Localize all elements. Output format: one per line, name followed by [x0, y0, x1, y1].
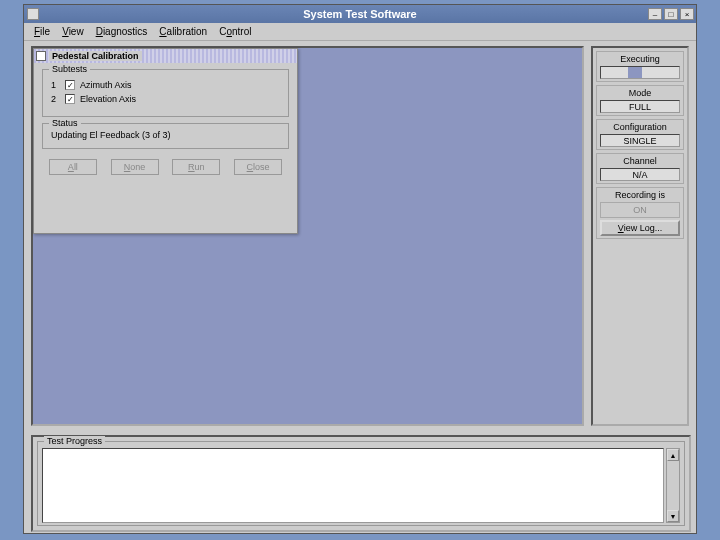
- subtest-checkbox-1[interactable]: ✓: [65, 80, 75, 90]
- status-text: Updating El Feedback (3 of 3): [51, 130, 280, 140]
- subtest-row: 2 ✓ Elevation Axis: [51, 94, 280, 104]
- dialog-titlebar: Pedestal Calibration: [34, 49, 297, 63]
- sidebar: Executing Mode FULL Configuration SINGLE…: [591, 46, 689, 426]
- menu-view[interactable]: View: [56, 24, 90, 39]
- scroll-down-icon[interactable]: ▼: [667, 510, 679, 522]
- mode-label: Mode: [600, 88, 680, 98]
- config-value: SINGLE: [600, 134, 680, 147]
- menubar: File View Diagnostics Calibration Contro…: [24, 23, 696, 41]
- menu-calibration[interactable]: Calibration: [153, 24, 213, 39]
- main-workspace: Pedestal Calibration Subtests 1 ✓ Azimut…: [31, 46, 584, 426]
- bottom-panel: Test Progress ▲ ▼: [31, 435, 691, 532]
- progress-legend: Test Progress: [44, 436, 105, 446]
- close-dialog-button[interactable]: Close: [234, 159, 282, 175]
- all-button[interactable]: All: [49, 159, 97, 175]
- close-button[interactable]: ×: [680, 8, 694, 20]
- dialog-title: Pedestal Calibration: [49, 51, 142, 61]
- viewlog-button[interactable]: View Log...: [600, 220, 680, 236]
- status-fieldset: Status Updating El Feedback (3 of 3): [42, 123, 289, 149]
- subtests-fieldset: Subtests 1 ✓ Azimuth Axis 2 ✓ Elevation …: [42, 69, 289, 117]
- subtest-number: 2: [51, 94, 65, 104]
- scrollbar[interactable]: ▲ ▼: [666, 448, 680, 523]
- executing-group: Executing: [596, 51, 684, 82]
- config-group: Configuration SINGLE: [596, 119, 684, 150]
- recording-value: ON: [600, 202, 680, 218]
- window-title: System Test Software: [303, 8, 417, 20]
- subtest-label: Azimuth Axis: [80, 80, 132, 90]
- channel-value: N/A: [600, 168, 680, 181]
- mode-value: FULL: [600, 100, 680, 113]
- config-label: Configuration: [600, 122, 680, 132]
- dialog-button-row: All None Run Close: [34, 155, 297, 179]
- scroll-up-icon[interactable]: ▲: [667, 449, 679, 461]
- progress-textarea[interactable]: [42, 448, 664, 523]
- window-controls: – □ ×: [648, 8, 694, 20]
- recording-group: Recording is ON View Log...: [596, 187, 684, 239]
- titlebar: System Test Software – □ ×: [24, 5, 696, 23]
- subtest-number: 1: [51, 80, 65, 90]
- subtest-label: Elevation Axis: [80, 94, 136, 104]
- maximize-button[interactable]: □: [664, 8, 678, 20]
- executing-progress: [600, 66, 680, 79]
- none-button[interactable]: None: [111, 159, 159, 175]
- calibration-dialog: Pedestal Calibration Subtests 1 ✓ Azimut…: [33, 48, 298, 234]
- dialog-icon: [36, 51, 46, 61]
- mode-group: Mode FULL: [596, 85, 684, 116]
- app-window: System Test Software – □ × File View Dia…: [23, 4, 697, 534]
- menu-control[interactable]: Control: [213, 24, 257, 39]
- menu-diagnostics[interactable]: Diagnostics: [90, 24, 154, 39]
- channel-group: Channel N/A: [596, 153, 684, 184]
- recording-label: Recording is: [600, 190, 680, 200]
- minimize-button[interactable]: –: [648, 8, 662, 20]
- subtest-row: 1 ✓ Azimuth Axis: [51, 80, 280, 90]
- subtests-legend: Subtests: [49, 64, 90, 74]
- status-legend: Status: [49, 118, 81, 128]
- app-icon: [27, 8, 39, 20]
- executing-label: Executing: [600, 54, 680, 64]
- subtest-checkbox-2[interactable]: ✓: [65, 94, 75, 104]
- channel-label: Channel: [600, 156, 680, 166]
- content-area: Pedestal Calibration Subtests 1 ✓ Azimut…: [24, 41, 696, 535]
- menu-file[interactable]: File: [28, 24, 56, 39]
- progress-fill: [628, 67, 642, 78]
- progress-fieldset: Test Progress ▲ ▼: [37, 441, 685, 526]
- run-button[interactable]: Run: [172, 159, 220, 175]
